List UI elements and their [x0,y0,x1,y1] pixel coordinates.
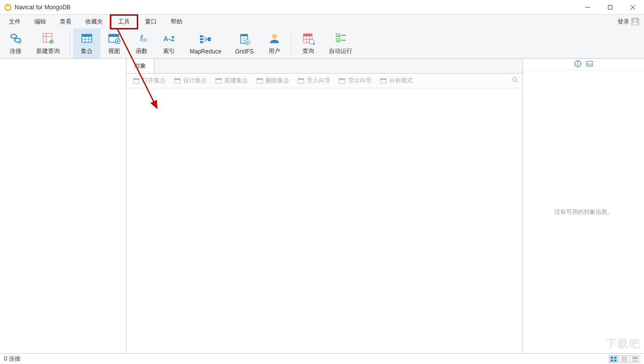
search-icon[interactable] [512,77,519,85]
objtool-删除集合[interactable]: 删除集合 [254,76,291,86]
tool-label: 视图 [108,47,120,55]
svg-line-47 [313,43,315,45]
svg-line-34 [203,39,208,42]
tool-视图[interactable]: 视图 [100,28,128,58]
svg-rect-55 [174,78,180,80]
autorun-icon [334,31,347,45]
objtool-导入向导[interactable]: 导入向导 [295,76,332,86]
objtool-新建集合[interactable]: 新建集合 [213,76,250,86]
svg-rect-74 [611,357,613,359]
svg-rect-29 [200,38,203,40]
svg-rect-36 [241,34,248,36]
tool-label: 集合 [81,47,93,55]
status-bar: 0 连接 [0,353,644,364]
svg-point-7 [11,34,17,38]
view-icon [107,31,121,45]
window-title: Navicat for MongoDB [15,4,576,11]
tool-函数[interactable]: f(x)函数 [128,28,155,58]
info-panel: DDL 没有可用的对象信息。 [523,59,644,353]
svg-rect-77 [614,360,617,362]
tab-objects[interactable]: 对象 [126,59,154,73]
mapreduce-icon [198,32,212,46]
mini-table-icon [256,77,264,85]
ddl-icon[interactable]: DDL [586,60,593,69]
function-icon: f(x) [135,31,149,45]
navigation-panel[interactable] [0,59,126,353]
mini-table-icon [338,77,346,85]
objtool-导出向导[interactable]: 导出向导 [336,76,373,86]
svg-point-24 [117,40,119,42]
tool-label: 索引 [163,47,175,55]
objtool-分析模式[interactable]: 分析模式 [377,76,415,86]
svg-text:(x): (x) [142,37,148,42]
tool-label: 查询 [302,47,314,55]
menu-view[interactable]: 查看 [53,16,78,28]
object-toolbar: 打开集合设计集合新建集合删除集合导入向导导出向导分析模式 [126,74,522,88]
objtool-设计集合[interactable]: 设计集合 [172,76,209,86]
collection-icon [80,31,94,45]
view-mode-list[interactable] [619,355,629,363]
login-label: 登录 [618,18,629,26]
objtool-打开集合[interactable]: 打开集合 [130,76,168,86]
menu-tools[interactable]: 工具 [110,14,138,29]
tool-查询[interactable]: 查询 [295,28,322,58]
info-icon[interactable] [574,60,581,69]
svg-point-66 [513,78,517,81]
menu-help[interactable]: 帮助 [164,16,189,28]
tool-label: 函数 [136,47,148,55]
maximize-button[interactable] [599,0,621,15]
main-toolbar: +连接+新建查询集合视图f(x)函数A-Z索引MapReduceGridFS用户… [0,28,644,59]
tool-连接[interactable]: +连接 [2,28,29,58]
menu-favorites[interactable]: 收藏夹 [78,16,110,28]
svg-text:+: + [50,40,52,43]
tool-用户[interactable]: 用户 [261,28,288,58]
tool-GridFS[interactable]: GridFS [228,28,261,58]
user-icon [268,31,281,45]
gridfs-icon [238,32,251,46]
view-mode-detail[interactable] [630,355,640,363]
query-icon [301,31,315,45]
svg-text:A-Z: A-Z [163,35,175,43]
object-list[interactable] [126,88,522,353]
tool-新建查询[interactable]: +新建查询 [29,28,67,58]
svg-rect-59 [257,78,263,80]
svg-rect-63 [339,78,345,80]
svg-point-40 [272,34,277,39]
svg-rect-65 [380,78,386,80]
connection-icon: + [9,31,23,45]
svg-rect-53 [133,78,139,80]
svg-point-1 [7,5,9,6]
minimize-button[interactable] [576,0,599,15]
menu-file[interactable]: 文件 [2,16,27,28]
menu-edit[interactable]: 编辑 [27,16,53,28]
svg-rect-3 [608,5,612,9]
svg-line-32 [203,36,208,39]
svg-rect-28 [200,35,203,37]
tool-索引[interactable]: A-Z索引 [155,28,183,58]
login-button[interactable]: 登录 [615,16,642,28]
object-tabs: 对象 [126,59,522,74]
menu-window[interactable]: 窗口 [138,16,164,28]
index-icon: A-Z [162,31,176,45]
svg-point-6 [634,20,637,22]
close-button[interactable] [621,0,644,15]
status-text: 0 连接 [4,355,21,363]
svg-rect-76 [611,360,613,362]
tab-objects-label: 对象 [134,62,146,70]
svg-rect-75 [614,357,617,359]
tool-label: 连接 [10,47,22,55]
tool-label: 新建查询 [36,47,60,55]
tool-自动运行[interactable]: 自动运行 [322,28,359,58]
info-empty-text: 没有可用的对象信息。 [554,208,613,216]
view-mode-grid[interactable] [609,355,619,363]
svg-rect-70 [577,63,578,65]
tool-MapReduce[interactable]: MapReduce [183,28,228,58]
svg-rect-22 [109,34,119,37]
tool-集合[interactable]: 集合 [73,28,100,58]
mini-table-icon [173,77,181,85]
main-area: 对象 打开集合设计集合新建集合删除集合导入向导导出向导分析模式 DDL 没有可用… [0,59,644,353]
tool-label: MapReduce [190,48,222,55]
svg-line-67 [516,81,518,83]
info-panel-body: 没有可用的对象信息。 [523,71,644,353]
svg-text:DDL: DDL [586,63,593,66]
